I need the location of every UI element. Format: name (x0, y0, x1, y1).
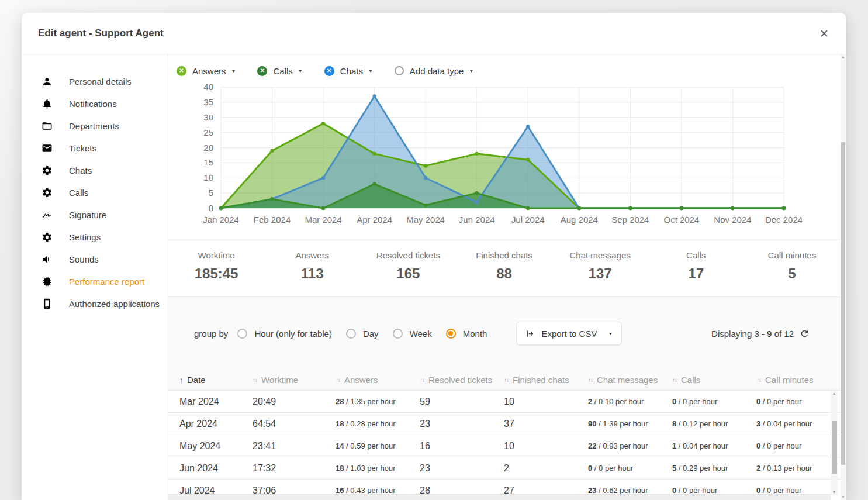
svg-text:May 2024: May 2024 (406, 215, 445, 225)
radio-icon[interactable] (393, 329, 403, 339)
column-header-answers[interactable]: ↑↓Answers (336, 375, 420, 385)
column-header-chat-messages[interactable]: ↑↓Chat messages (588, 375, 672, 385)
sidebar-item-notifications[interactable]: Notifications (22, 92, 168, 115)
cell-chat-messages: 2 / 0.10 per hour (588, 397, 672, 406)
sidebar-item-chats[interactable]: Chats (22, 159, 168, 181)
stat-value: 113 (264, 265, 360, 282)
svg-text:5: 5 (209, 188, 213, 198)
sidebar-item-label: Tickets (69, 143, 96, 153)
table-section: group by Hour (only for table)DayWeekMon… (168, 297, 840, 500)
radio-icon[interactable] (237, 329, 247, 339)
sidebar-item-label: Authorized applications (69, 299, 160, 309)
smartphone-icon (42, 298, 53, 309)
sidebar-item-departments[interactable]: Departments (22, 115, 168, 137)
table-row[interactable]: May 202423:4114 / 0.59 per hour161022 / … (168, 435, 840, 457)
radio-icon[interactable] (346, 329, 356, 339)
add-data-type-chip[interactable]: Add data type▼ (395, 66, 474, 76)
group-by-option-hour-only-for-table[interactable]: Hour (only for table) (237, 329, 332, 339)
column-label: Answers (344, 375, 378, 385)
cell-finished-chats: 37 (504, 419, 588, 429)
sidebar-item-settings[interactable]: Settings (22, 226, 168, 248)
cell-resolved-tickets: 23 (420, 463, 504, 474)
refresh-icon[interactable] (800, 329, 810, 339)
table-header-row: ↑Date↑↓Worktime↑↓Answers↑↓Resolved ticke… (168, 370, 840, 390)
table-horizontal-scrollbar[interactable] (168, 494, 831, 500)
sidebar-item-authorized-applications[interactable]: Authorized applications (22, 292, 168, 315)
sidebar-item-label: Notifications (69, 99, 117, 109)
svg-text:40: 40 (203, 82, 213, 92)
sort-icon: ↑↓ (756, 377, 761, 383)
cell-date: Mar 2024 (179, 396, 253, 407)
modal-vertical-scrollbar[interactable]: ▲ ▼ (841, 54, 846, 500)
table-row[interactable]: Mar 202420:4928 / 1.35 per hour59102 / 0… (168, 390, 840, 412)
column-header-resolved-tickets[interactable]: ↑↓Resolved tickets (420, 375, 504, 385)
person-icon (42, 76, 53, 87)
svg-text:Nov 2024: Nov 2024 (714, 215, 751, 225)
sidebar-item-signature[interactable]: Signature (22, 204, 168, 226)
sidebar-item-sounds[interactable]: Sounds (22, 248, 168, 270)
gear-icon (42, 165, 53, 176)
radio-label: Hour (only for table) (254, 329, 332, 339)
export-icon (525, 329, 535, 339)
sidebar-item-personal-details[interactable]: Personal details (22, 70, 168, 92)
svg-text:35: 35 (203, 97, 213, 107)
stat-call-minutes: Call minutes5 (744, 250, 840, 282)
cell-call-minutes: 3 / 0.04 per hour (756, 419, 840, 428)
stat-calls: Calls17 (648, 250, 744, 282)
gear-icon (42, 232, 53, 243)
column-header-worktime[interactable]: ↑↓Worktime (253, 375, 336, 385)
mail-icon (42, 143, 53, 154)
column-label: Finished chats (513, 375, 569, 385)
radio-icon[interactable] (446, 329, 456, 339)
group-by-option-month[interactable]: Month (446, 329, 487, 339)
cell-answers: 18 / 0.28 per hour (336, 419, 420, 428)
folder-icon (42, 120, 53, 132)
data-type-chip-calls[interactable]: ✕Calls▼ (257, 66, 302, 76)
cell-call-minutes: 0 / 0 per hour (756, 486, 840, 495)
column-header-call-minutes[interactable]: ↑↓Call minutes (756, 375, 840, 385)
cell-chat-messages: 23 / 0.62 per hour (588, 486, 672, 495)
cell-date: May 2024 (179, 441, 253, 451)
table-row[interactable]: Apr 202464:5418 / 0.28 per hour233790 / … (168, 412, 840, 435)
group-by-option-week[interactable]: Week (393, 329, 432, 339)
data-type-chip-answers[interactable]: ✕Answers▼ (177, 66, 236, 76)
chevron-down-icon: ▼ (368, 68, 373, 73)
scroll-up-icon[interactable]: ▲ (831, 391, 838, 396)
report-table: ↑Date↑↓Worktime↑↓Answers↑↓Resolved ticke… (168, 370, 840, 500)
remove-series-icon[interactable]: ✕ (257, 66, 267, 76)
column-label: Date (187, 375, 206, 385)
sidebar-item-label: Departments (69, 121, 119, 131)
scrollbar-thumb[interactable] (841, 142, 845, 465)
column-header-calls[interactable]: ↑↓Calls (672, 375, 756, 385)
remove-series-icon[interactable]: ✕ (177, 66, 186, 76)
chip-label: Add data type (410, 66, 464, 76)
remove-series-icon[interactable]: ✕ (324, 66, 334, 76)
group-by-option-day[interactable]: Day (346, 329, 379, 339)
scroll-up-icon[interactable]: ▲ (841, 54, 846, 60)
table-row[interactable]: Jun 202417:3218 / 1.03 per hour2320 / 0 … (168, 457, 840, 479)
cell-calls: 8 / 0.12 per hour (672, 419, 756, 428)
stat-value: 185:45 (168, 265, 264, 282)
scroll-down-icon[interactable]: ▼ (841, 494, 846, 500)
data-type-chip-chats[interactable]: ✕Chats▼ (324, 66, 373, 76)
column-header-date[interactable]: ↑Date (179, 375, 253, 385)
cell-worktime: 20:49 (253, 396, 336, 407)
export-to-csv-button[interactable]: Export to CSV ▼ (516, 322, 622, 345)
column-label: Calls (681, 375, 700, 385)
sidebar-item-performance-report[interactable]: Performance report (22, 270, 168, 292)
modal-body: Personal detailsNotificationsDepartments… (22, 54, 846, 500)
cell-answers: 14 / 0.59 per hour (336, 442, 420, 450)
scrollbar-thumb[interactable] (832, 421, 837, 474)
data-type-chips-row: ✕Answers▼✕Calls▼✕Chats▼Add data type▼ (168, 54, 840, 80)
close-icon[interactable]: ✕ (819, 28, 829, 39)
table-vertical-scrollbar[interactable]: ▲ ▼ (831, 391, 838, 495)
stat-value: 5 (744, 265, 840, 282)
sidebar-item-label: Settings (69, 232, 101, 242)
column-label: Chat messages (597, 375, 658, 385)
stat-label: Chat messages (552, 250, 648, 260)
column-header-finished-chats[interactable]: ↑↓Finished chats (504, 375, 588, 385)
sidebar-item-tickets[interactable]: Tickets (22, 137, 168, 159)
sidebar-item-calls[interactable]: Calls (22, 181, 168, 204)
scroll-down-icon[interactable]: ▼ (831, 489, 838, 495)
svg-text:Dec 2024: Dec 2024 (765, 215, 803, 225)
